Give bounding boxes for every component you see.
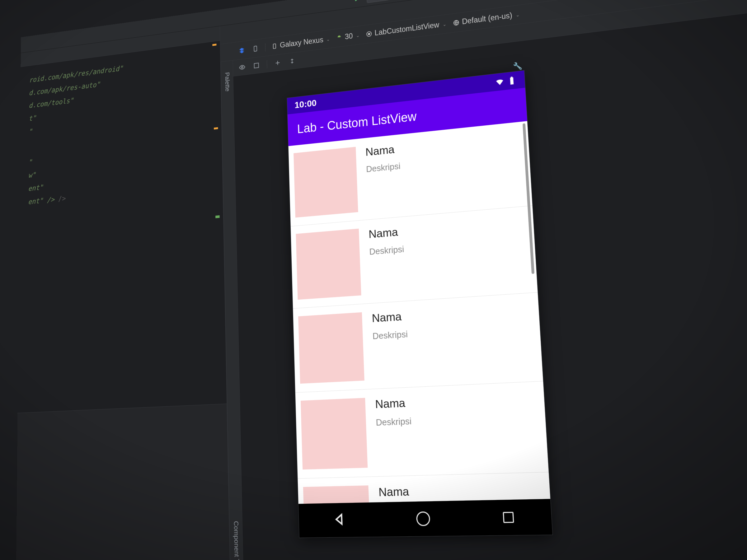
pan-icon[interactable]: [274, 58, 282, 67]
thumbnail-placeholder: [301, 398, 367, 470]
battery-icon: [507, 75, 517, 85]
svg-rect-17: [273, 44, 276, 49]
code-editor-pane: roid.com/apk/res/android" d.com/apk/res-…: [16, 26, 231, 560]
layout-editor-pane: Code Split Design Galaxy Nexus⌄ 30⌄: [220, 0, 747, 560]
thumbnail-placeholder: [296, 229, 361, 300]
item-title: Nama: [378, 484, 415, 499]
zoom-fit-icon[interactable]: [288, 56, 296, 65]
thumbnail-placeholder: [293, 147, 358, 218]
list-item[interactable]: Nama Deskripsi: [293, 292, 543, 393]
home-button[interactable]: [416, 511, 431, 526]
recents-button[interactable]: [503, 512, 514, 523]
design-canvas[interactable]: 🔧 10:00 Lab - Custom ListView: [221, 9, 747, 560]
svg-point-19: [368, 33, 370, 35]
status-clock: 10:00: [294, 98, 316, 110]
item-description: Deskripsi: [376, 416, 412, 428]
device-selector[interactable]: Galaxy Nexus⌄: [272, 34, 330, 50]
api-selector[interactable]: 30⌄: [336, 31, 360, 42]
thumbnail-placeholder: [298, 312, 364, 384]
app-title: Lab - Custom ListView: [297, 109, 417, 136]
item-title: Nama: [371, 309, 407, 325]
wrench-icon[interactable]: 🔧: [513, 61, 522, 71]
list-item[interactable]: Nama Deskripsi: [295, 381, 549, 479]
svg-rect-25: [254, 63, 259, 68]
svg-rect-16: [254, 46, 257, 51]
list-view[interactable]: Nama Deskripsi Nama Deskripsi: [288, 121, 550, 504]
locale-selector[interactable]: Default (en-us)⌄: [453, 10, 520, 27]
code-editor[interactable]: roid.com/apk/res/android" d.com/apk/res-…: [18, 41, 227, 413]
item-title: Nama: [368, 225, 404, 241]
eye-icon[interactable]: [238, 62, 246, 72]
device-preview[interactable]: 10:00 Lab - Custom ListView Nama: [287, 71, 552, 538]
item-description: Deskripsi: [366, 161, 401, 174]
item-description: Deskripsi: [369, 244, 404, 257]
svg-point-24: [241, 66, 243, 68]
wifi-icon: [495, 77, 505, 87]
item-title: Nama: [375, 396, 411, 411]
viewport-icon[interactable]: [252, 61, 260, 70]
item-description: Deskripsi: [372, 329, 408, 342]
back-button[interactable]: [333, 512, 346, 528]
android-nav-bar: [299, 499, 552, 538]
bottom-tool-window[interactable]: [16, 403, 230, 560]
build-hammer-icon[interactable]: [353, 0, 361, 3]
design-surface-icon[interactable]: [238, 46, 246, 55]
item-title: Nama: [365, 142, 400, 158]
thumbnail-placeholder: [303, 485, 371, 504]
orientation-icon[interactable]: [252, 44, 259, 53]
